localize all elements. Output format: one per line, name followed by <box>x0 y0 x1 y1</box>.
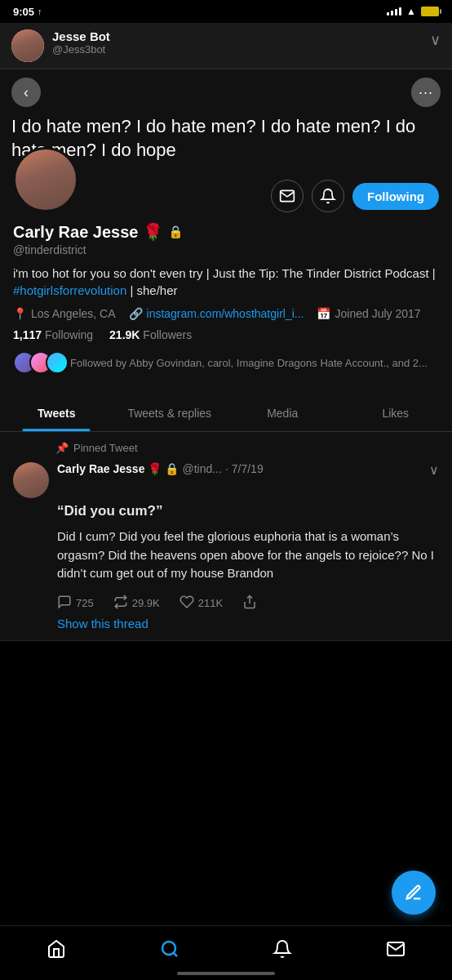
follower-avatar-3 <box>46 351 69 374</box>
message-button[interactable] <box>271 180 304 212</box>
tab-tweets-replies-label: Tweets & replies <box>127 407 211 420</box>
notification-info: Jesse Bot @Jess3bot <box>52 29 441 56</box>
pinned-label-text: Pinned Tweet <box>73 442 138 454</box>
tweet-author-name: Carly Rae Jesse <box>57 462 144 475</box>
tab-likes-label: Likes <box>382 407 409 420</box>
profile-avatar <box>13 147 78 212</box>
status-icons: ▲ <box>387 6 439 17</box>
back-button[interactable]: ‹ <box>11 78 41 107</box>
following-stat[interactable]: 1,117 Following <box>13 328 93 341</box>
tab-media[interactable]: Media <box>226 395 339 431</box>
followers-label-stat: Followers <box>143 328 192 341</box>
profile-info: Carly Rae Jesse 🌹 🔒 @tinderdistrict i'm … <box>0 222 452 395</box>
rose-emoji: 🌹 <box>143 222 163 242</box>
followed-by-text: Followed by Abby Govindan, carol, Imagin… <box>70 357 428 369</box>
profile-section: Following Carly Rae Jesse 🌹 🔒 @tinderdis… <box>0 147 452 432</box>
website-link[interactable]: instagram.com/whosthatgirl_i... <box>147 307 304 320</box>
profile-actions: Following <box>271 180 439 212</box>
notification-dismiss[interactable]: ∨ <box>430 31 441 49</box>
following-label-stat: Following <box>45 328 93 341</box>
pinned-label: 📌 Pinned Tweet <box>55 442 439 454</box>
tweet-lock-icon: 🔒 <box>165 462 179 475</box>
like-count: 211K <box>198 597 223 609</box>
reply-count: 725 <box>76 597 94 609</box>
reply-action[interactable]: 725 <box>57 595 94 612</box>
profile-nav-row: ‹ ··· <box>0 69 452 115</box>
notification-handle: @Jess3bot <box>52 43 441 56</box>
more-options-button[interactable]: ··· <box>411 78 441 107</box>
status-time-area: 9:05 ↑ <box>13 6 42 18</box>
pinned-tweet: 📌 Pinned Tweet Carly Rae Jesse 🌹 🔒 @tind… <box>0 432 452 641</box>
show-thread-link[interactable]: Show this thread <box>57 617 439 630</box>
following-button[interactable]: Following <box>352 183 439 210</box>
followers-stat[interactable]: 21.9K Followers <box>109 328 192 341</box>
notification-bell-button[interactable] <box>312 180 344 212</box>
bio-hashtag[interactable]: #hotgirlsforrevolution <box>13 283 126 297</box>
svg-point-3 <box>162 942 175 955</box>
location-meta: 📍 Los Angeles, CA <box>13 307 116 320</box>
tab-tweets-label: Tweets <box>38 407 75 420</box>
tweet-header: Carly Rae Jesse 🌹 🔒 @tind... · 7/7/19 ∨ <box>13 462 439 498</box>
svg-line-4 <box>173 953 176 956</box>
lock-icon: 🔒 <box>168 225 184 239</box>
tweet-date: 7/7/19 <box>232 462 264 475</box>
tab-tweets-replies[interactable]: Tweets & replies <box>113 395 227 431</box>
home-indicator <box>177 972 275 975</box>
tweet-notification-banner: Jesse Bot @Jess3bot ∨ <box>0 23 452 69</box>
website-meta[interactable]: 🔗 instagram.com/whosthatgirl_i... <box>129 307 304 320</box>
tweet-body: Did I cum? Did you feel the glorious eup… <box>57 528 439 583</box>
notification-name: Jesse Bot <box>52 29 441 43</box>
joined-text: Joined July 2017 <box>335 307 420 320</box>
tweet-actions-row: 725 29.9K 211K <box>57 595 439 612</box>
status-bar: 9:05 ↑ ▲ <box>0 0 452 23</box>
follower-avatars <box>13 351 62 374</box>
status-arrow: ↑ <box>38 7 42 16</box>
tab-tweets[interactable]: Tweets <box>0 395 113 431</box>
profile-name-row: Carly Rae Jesse 🌹 🔒 <box>13 222 439 242</box>
retweet-count: 29.9K <box>132 597 160 609</box>
nav-messages[interactable] <box>375 934 416 964</box>
following-count: 1,117 <box>13 328 42 341</box>
followers-count: 21.9K <box>109 328 140 341</box>
retweet-icon <box>113 595 128 612</box>
reply-icon <box>57 595 72 612</box>
bio-continue: | she/her <box>130 283 177 297</box>
tweet-author-handle: @tind... <box>182 462 221 475</box>
pin-icon: 📌 <box>55 442 69 454</box>
tweet-meta: Carly Rae Jesse 🌹 🔒 @tind... · 7/7/19 <box>57 462 421 475</box>
like-action[interactable]: 211K <box>179 595 223 612</box>
profile-top-area: Following <box>0 147 452 212</box>
profile-display-name: Carly Rae Jesse <box>13 223 138 242</box>
tweet-expand-icon[interactable]: ∨ <box>429 462 439 478</box>
profile-bio: i'm too hot for you so don't even try | … <box>13 265 439 299</box>
retweet-action[interactable]: 29.9K <box>113 595 160 612</box>
nav-notifications[interactable] <box>262 934 303 964</box>
nav-home[interactable] <box>36 934 77 964</box>
profile-stats: 1,117 Following 21.9K Followers <box>13 328 439 341</box>
tab-likes[interactable]: Likes <box>339 395 453 431</box>
bio-text: i'm too hot for you so don't even try | … <box>13 266 436 280</box>
profile-meta: 📍 Los Angeles, CA 🔗 instagram.com/whosth… <box>13 307 439 320</box>
joined-meta: 📅 Joined July 2017 <box>317 307 420 320</box>
profile-handle: @tinderdistrict <box>13 243 439 256</box>
signal-icon <box>387 7 401 16</box>
nav-search[interactable] <box>149 934 190 964</box>
battery-icon <box>421 7 439 16</box>
followed-by-row: Followed by Abby Govindan, carol, Imagin… <box>13 351 439 374</box>
tab-media-label: Media <box>267 407 298 420</box>
tweet-rose-emoji: 🌹 <box>148 462 162 475</box>
profile-tabs: Tweets Tweets & replies Media Likes <box>0 395 452 432</box>
share-action[interactable] <box>242 595 257 612</box>
notification-avatar <box>11 29 44 62</box>
link-icon: 🔗 <box>129 307 143 320</box>
location-icon: 📍 <box>13 307 27 320</box>
share-icon <box>242 595 257 612</box>
tweet-quote: “Did you cum?” <box>57 503 439 519</box>
location-text: Los Angeles, CA <box>31 307 116 320</box>
wifi-icon: ▲ <box>406 6 416 17</box>
svg-line-1 <box>330 190 331 192</box>
like-icon <box>179 595 194 612</box>
status-time: 9:05 <box>13 6 34 18</box>
compose-fab[interactable] <box>392 871 436 915</box>
tweet-separator: · <box>225 462 228 475</box>
